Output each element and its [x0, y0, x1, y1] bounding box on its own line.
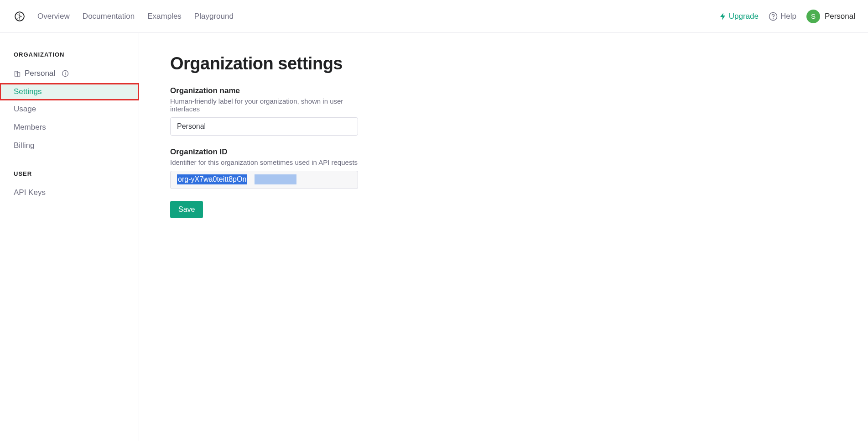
svg-rect-4 — [18, 73, 20, 76]
org-id-desc: Identifier for this organization sometim… — [170, 158, 362, 166]
sidebar-item-members[interactable]: Members — [0, 119, 139, 136]
top-nav: Overview Documentation Examples Playgrou… — [37, 12, 234, 21]
building-icon — [14, 70, 21, 77]
org-name-field: Organization name Human-friendly label f… — [170, 86, 362, 136]
org-id-label: Organization ID — [170, 147, 362, 157]
org-name-label: Organization name — [170, 86, 362, 95]
save-button[interactable]: Save — [170, 201, 203, 218]
sidebar-item-label: API Keys — [14, 188, 46, 197]
sidebar-org-selector[interactable]: Personal — [0, 65, 139, 82]
sidebar-item-label: Members — [14, 123, 46, 132]
top-nav-right: Upgrade Help S Personal — [720, 10, 855, 23]
help-icon — [769, 12, 778, 21]
sidebar-org-name: Personal — [25, 69, 55, 78]
sidebar-item-label: Billing — [14, 141, 34, 150]
nav-overview[interactable]: Overview — [37, 12, 70, 21]
sidebar-item-settings[interactable]: Settings — [0, 84, 139, 100]
help-label: Help — [780, 12, 796, 21]
help-link[interactable]: Help — [769, 12, 796, 21]
account-label: Personal — [825, 12, 855, 21]
sidebar-item-billing[interactable]: Billing — [0, 137, 139, 154]
info-icon — [62, 70, 69, 77]
upgrade-label: Upgrade — [729, 12, 759, 21]
svg-point-2 — [773, 18, 774, 19]
openai-logo[interactable] — [13, 10, 26, 23]
selection-tail — [255, 174, 296, 184]
svg-point-8 — [65, 72, 66, 73]
sidebar-section-organization: ORGANIZATION — [0, 51, 139, 65]
main-content: Organization settings Organization name … — [139, 33, 868, 441]
nav-documentation[interactable]: Documentation — [83, 12, 135, 21]
bolt-icon — [720, 13, 726, 20]
sidebar-section-user: USER — [0, 170, 139, 184]
upgrade-link[interactable]: Upgrade — [720, 12, 759, 21]
org-id-field: Organization ID Identifier for this orga… — [170, 147, 362, 189]
org-id-selected-text: org-yX7wa0teitt8pOn — [177, 174, 247, 184]
nav-playground[interactable]: Playground — [194, 12, 234, 21]
sidebar-item-api-keys[interactable]: API Keys — [0, 184, 139, 201]
nav-examples[interactable]: Examples — [147, 12, 182, 21]
page-title: Organization settings — [170, 54, 868, 74]
sidebar-item-usage[interactable]: Usage — [0, 101, 139, 117]
avatar: S — [806, 10, 820, 23]
sidebar-item-label: Settings — [14, 87, 42, 96]
sidebar: ORGANIZATION Personal Settings Usage Mem… — [0, 33, 139, 441]
sidebar-item-label: Usage — [14, 105, 36, 114]
org-name-desc: Human-friendly label for your organizati… — [170, 97, 362, 113]
account-menu[interactable]: S Personal — [806, 10, 855, 23]
org-name-input[interactable] — [170, 117, 358, 136]
top-bar: Overview Documentation Examples Playgrou… — [0, 0, 868, 33]
